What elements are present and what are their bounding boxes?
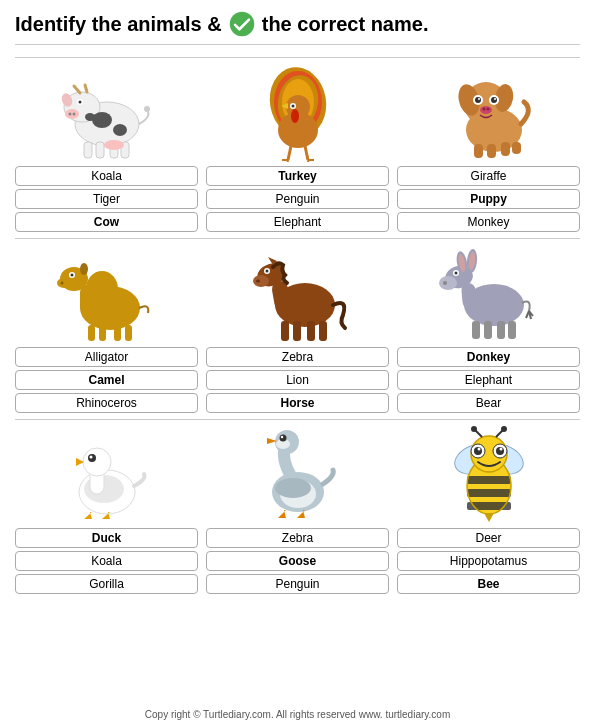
svg-rect-52 [512,142,521,154]
animal-cell-donkey: DonkeyElephantBear [397,243,580,413]
animal-image-puppy [434,62,544,162]
animal-cell-duck: DuckKoalaGorilla [15,424,198,594]
animal-cell-horse: ZebraLionHorse [206,243,389,413]
animal-image-duck [52,424,162,524]
svg-point-60 [60,282,63,285]
svg-point-108 [279,435,286,442]
option-gorilla[interactable]: Gorilla [15,574,198,594]
svg-point-99 [83,448,111,476]
header: Identify the animals & the correct name. [15,10,580,45]
svg-point-19 [104,140,124,150]
animal-image-turkey [243,62,353,162]
svg-point-6 [65,109,79,119]
svg-point-29 [291,105,294,108]
animal-cell-cow: KoalaTigerCow [15,62,198,232]
svg-line-30 [288,146,291,160]
option-zebra[interactable]: Zebra [206,528,389,548]
svg-point-26 [291,109,299,123]
animal-image-bee [434,424,544,524]
svg-point-10 [78,101,81,104]
options-puppy: GiraffePuppyMonkey [397,166,580,232]
option-giraffe[interactable]: Giraffe [397,166,580,186]
option-bee[interactable]: Bee [397,574,580,594]
option-bear[interactable]: Bear [397,393,580,413]
section-2: DuckKoalaGorilla ZebraGoosePenguin [15,424,580,594]
checkmark-icon [228,10,256,38]
header-text-2: the correct name. [262,13,429,36]
option-koala[interactable]: Koala [15,551,198,571]
svg-rect-76 [307,321,315,341]
option-duck[interactable]: Duck [15,528,198,548]
options-bee: DeerHippopotamusBee [397,528,580,594]
svg-rect-55 [80,285,94,313]
option-deer[interactable]: Deer [397,528,580,548]
animal-cell-bee: DeerHippopotamusBee [397,424,580,594]
option-turkey[interactable]: Turkey [206,166,389,186]
svg-point-18 [144,106,150,112]
animal-image-horse [243,243,353,343]
svg-rect-91 [497,321,505,339]
option-penguin[interactable]: Penguin [206,189,389,209]
options-turkey: TurkeyPenguinElephant [206,166,389,232]
sections-container: KoalaTigerCow TurkeyPenguinElephant [15,53,580,600]
svg-line-31 [305,146,308,160]
svg-point-84 [443,281,447,285]
option-lion[interactable]: Lion [206,370,389,390]
svg-rect-14 [84,142,92,158]
options-cow: KoalaTigerCow [15,166,198,232]
option-elephant[interactable]: Elephant [206,212,389,232]
animal-image-goose [243,424,353,524]
svg-rect-90 [484,321,492,339]
svg-point-69 [253,275,269,287]
section-0: KoalaTigerCow TurkeyPenguinElephant [15,62,580,232]
svg-point-43 [491,97,497,103]
animal-cell-camel: AlligatorCamelRhinoceros [15,243,198,413]
svg-rect-74 [281,321,289,341]
option-elephant[interactable]: Elephant [397,370,580,390]
option-rhinoceros[interactable]: Rhinoceros [15,393,198,413]
svg-rect-64 [114,325,121,341]
section-1: AlligatorCamelRhinoceros Zeb [15,243,580,413]
option-koala[interactable]: Koala [15,166,198,186]
svg-rect-49 [474,144,483,158]
options-camel: AlligatorCamelRhinoceros [15,347,198,413]
svg-point-45 [494,98,496,100]
option-cow[interactable]: Cow [15,212,198,232]
svg-point-42 [475,97,481,103]
svg-point-5 [85,113,95,121]
svg-point-46 [480,106,492,114]
page: Identify the animals & the correct name. [0,0,595,725]
svg-line-33 [287,160,288,162]
options-donkey: DonkeyElephantBear [397,347,580,413]
option-tiger[interactable]: Tiger [15,189,198,209]
option-horse[interactable]: Horse [206,393,389,413]
svg-rect-62 [88,325,95,341]
svg-line-35 [308,160,309,162]
option-donkey[interactable]: Donkey [397,347,580,367]
option-goose[interactable]: Goose [206,551,389,571]
option-monkey[interactable]: Monkey [397,212,580,232]
animal-cell-turkey: TurkeyPenguinElephant [206,62,389,232]
svg-point-83 [454,272,457,275]
svg-rect-15 [96,142,104,158]
svg-point-59 [70,274,73,277]
option-alligator[interactable]: Alligator [15,347,198,367]
svg-line-13 [85,85,87,92]
svg-rect-92 [508,321,516,339]
option-zebra[interactable]: Zebra [206,347,389,367]
option-camel[interactable]: Camel [15,370,198,390]
svg-point-72 [256,280,260,283]
svg-point-71 [265,270,268,273]
svg-point-47 [482,108,485,111]
svg-point-81 [439,276,457,290]
option-penguin[interactable]: Penguin [206,574,389,594]
svg-rect-89 [472,321,480,339]
animal-image-cow [52,62,162,162]
animal-cell-goose: ZebraGoosePenguin [206,424,389,594]
header-text-1: Identify the animals & [15,13,222,36]
svg-point-123 [477,448,480,451]
option-puppy[interactable]: Puppy [397,189,580,209]
svg-point-109 [280,436,282,438]
animal-cell-puppy: GiraffePuppyMonkey [397,62,580,232]
option-hippopotamus[interactable]: Hippopotamus [397,551,580,571]
